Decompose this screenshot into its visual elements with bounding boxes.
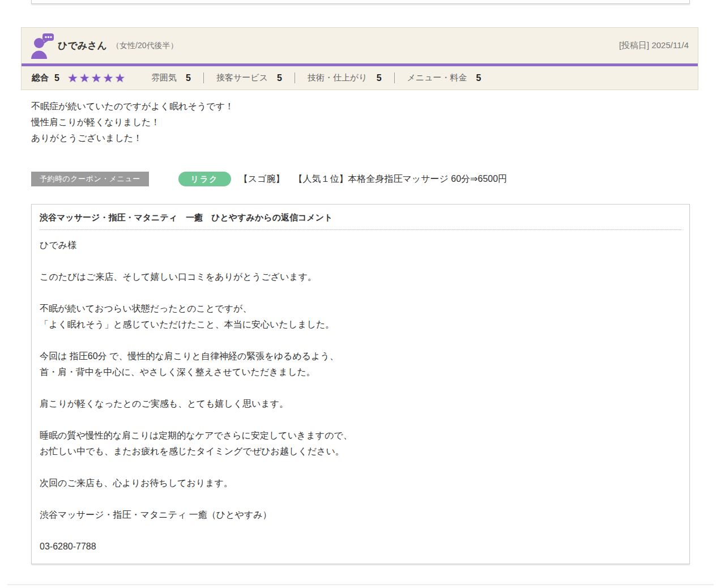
rating-category-value: 5 [377, 73, 382, 83]
rating-category-value: 5 [476, 73, 481, 83]
rating-row: 総合 5 ★★★★★ 雰囲気 5 接客サービス 5 技術・仕上がり 5 メニュー… [22, 66, 698, 90]
review-header: ひでみさん （女性/20代後半） [投稿日] 2025/11/4 総合 5 ★★… [21, 27, 698, 90]
coupon-row: 予約時のクーポン・メニュー リラク 【スゴ腕】 【人気１位】本格全身指圧マッサー… [31, 172, 688, 186]
salon-reply-title: 渋谷マッサージ・指圧・マタニティ 一癒 ひとやすみからの返信コメント [40, 211, 681, 229]
star-rating-icons: ★★★★★ [67, 72, 126, 84]
overall-rating-label: 総合 [32, 73, 49, 83]
coupon-menu-label: 予約時のクーポン・メニュー [31, 172, 149, 186]
posted-date: [投稿日] 2025/11/4 [619, 40, 689, 51]
rating-category-label: 雰囲気 [151, 73, 177, 83]
rating-category-label: 接客サービス [216, 73, 268, 83]
rating-category-value: 5 [186, 73, 191, 83]
rating-separator [295, 73, 295, 83]
user-row: ひでみさん （女性/20代後半） [投稿日] 2025/11/4 [22, 28, 698, 63]
salon-reply-box: 渋谷マッサージ・指圧・マタニティ 一癒 ひとやすみからの返信コメント ひでみ様 … [31, 204, 690, 564]
salon-reply-text: ひでみ様 このたびはご来店、そして嬉しい口コミをありがとうございます。 不眠が続… [40, 237, 681, 555]
rating-category-value: 5 [277, 73, 282, 83]
reviewer-name: ひでみさん [58, 39, 107, 52]
rating-category-label: メニュー・料金 [407, 73, 467, 83]
rating-separator [203, 73, 204, 83]
reviewer-meta: （女性/20代後半） [112, 41, 178, 51]
previous-review-box-remnant [31, 0, 690, 4]
review-card: ひでみさん （女性/20代後半） [投稿日] 2025/11/4 総合 5 ★★… [21, 27, 698, 564]
rating-separator [394, 73, 395, 83]
rating-category-label: 技術・仕上がり [308, 73, 368, 83]
review-comment-text: 不眠症が続いていたのですがよく眠れそうです！ 慢性肩こりが軽くなりました！ あり… [31, 99, 688, 146]
overall-rating-value: 5 [54, 73, 59, 83]
section-divider [7, 584, 714, 585]
relax-category-badge: リラク [178, 172, 231, 186]
rating-categories: 雰囲気 5 接客サービス 5 技術・仕上がり 5 メニュー・料金 5 [151, 73, 481, 83]
coupon-menu-text: 【スゴ腕】 【人気１位】本格全身指圧マッサージ 60分⇒6500円 [239, 173, 507, 185]
reply-dotted-divider [40, 229, 681, 230]
reviewer-avatar-icon [31, 33, 54, 59]
